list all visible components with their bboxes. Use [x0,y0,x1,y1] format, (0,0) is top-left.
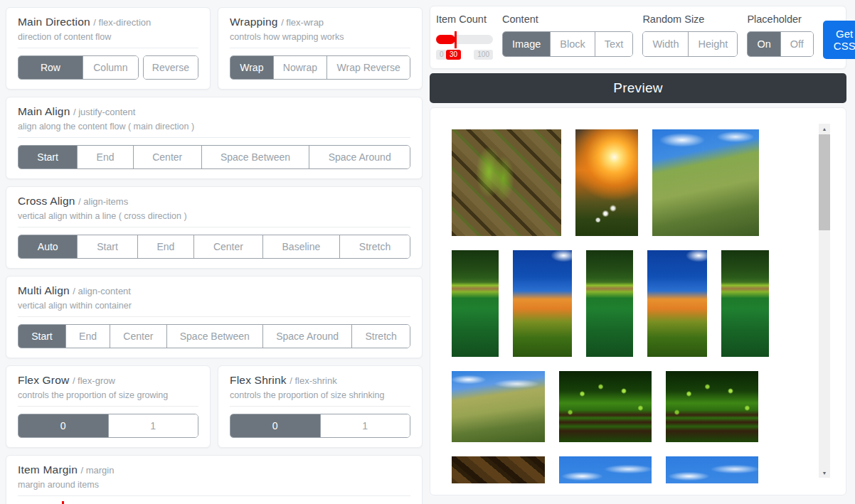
card-item-margin: Item Margin / margin margin around items… [6,455,423,504]
left-control-panel: Main Direction / flex-direction directio… [6,7,423,504]
content-group: Image Block Text [502,31,633,57]
right-panel: Item Count 0 30 100 Content Image Block … [430,6,846,495]
random-size-label: Random Size [642,14,738,25]
card-wrapping: Wrapping / flex-wrap controls how wrappi… [218,7,423,90]
divider [18,495,410,496]
card-css-property: / justify-content [73,107,135,117]
item-count-slider[interactable]: 0 30 100 [436,31,493,60]
preview-title: Preview [613,80,663,96]
random-size-control: Random Size Width Height [642,14,738,57]
reverse-group: Reverse [143,55,198,80]
card-title: Main Align [18,105,70,117]
flex-preview-area [437,115,816,483]
flex-direction-reverse-button[interactable]: Reverse [144,56,198,79]
align-content-end-button[interactable]: End [65,325,110,348]
flex-wrap-nowrap-button[interactable]: Nowrap [273,56,327,79]
main-direction-controls: Row Column Reverse [18,55,198,80]
preview-image-cloudy-sky [559,456,652,483]
flex-wrap-wrap-reverse-button[interactable]: Wrap Reverse [326,56,410,79]
card-title: Cross Align [18,195,75,207]
content-block-button[interactable]: Block [550,32,594,56]
slider-handle[interactable] [455,31,457,48]
slider-max-label: 100 [474,50,493,60]
main-align-group: Start End Center Space Between Space Aro… [18,145,410,169]
card-css-property: / flex-grow [73,375,115,386]
scrollbar-up-arrow-icon[interactable]: ▲ [819,124,830,134]
preview-image-lake-reflection [452,250,499,357]
align-items-auto-button[interactable]: Auto [18,235,77,258]
preview-image-cloudy-sky [666,456,758,483]
scrollbar-down-arrow-icon[interactable]: ▼ [819,468,830,478]
row-direction-wrapping: Main Direction / flex-direction directio… [6,7,423,90]
align-items-start-button[interactable]: Start [77,235,137,258]
justify-content-space-between-button[interactable]: Space Between [201,146,309,168]
flex-shrink-1-button[interactable]: 1 [320,414,410,437]
flex-direction-row-button[interactable]: Row [18,56,83,79]
flex-direction-column-button[interactable]: Column [83,56,138,79]
divider [18,406,198,407]
card-css-property: / flex-direction [93,17,151,28]
card-css-property: / align-content [73,286,131,296]
slider-fill [436,35,455,44]
divider [18,316,410,317]
justify-content-end-button[interactable]: End [77,146,133,168]
card-description: align along the content flow ( main dire… [18,122,410,132]
align-items-end-button[interactable]: End [137,235,194,258]
justify-content-start-button[interactable]: Start [18,146,77,168]
divider [18,227,410,227]
divider [230,406,410,407]
placeholder-group: On Off [747,31,813,57]
placeholder-label: Placeholder [747,14,813,25]
preview-header: Preview [430,73,846,103]
card-description: vertical align within container [18,301,410,311]
card-css-property: / margin [80,465,114,476]
preview-image-flower-field [513,250,572,357]
preview-body: ▲ ▼ [430,107,846,495]
align-content-center-button[interactable]: Center [110,325,166,348]
card-title: Main Direction [18,16,90,28]
preview-image-lake-reflection [721,250,769,357]
align-items-baseline-button[interactable]: Baseline [262,235,339,258]
card-description: direction of content flow [18,32,198,42]
flex-grow-0-button[interactable]: 0 [18,414,108,437]
row-grow-shrink: Flex Grow / flex-grow controls the propo… [6,365,423,448]
content-image-button[interactable]: Image [503,32,550,56]
slider-handle[interactable] [62,501,64,504]
main-direction-group: Row Column [18,55,139,80]
card-title: Flex Shrink [230,374,287,386]
align-items-stretch-button[interactable]: Stretch [339,235,410,258]
card-main-align: Main Align / justify-content align along… [6,97,423,179]
card-cross-align: Cross Align / align-items vertical align… [6,186,423,269]
flex-grow-1-button[interactable]: 1 [108,414,198,437]
content-control: Content Image Block Text [502,14,633,57]
flex-shrink-0-button[interactable]: 0 [230,414,320,437]
card-description: controls how wrapping works [230,32,410,42]
preview-image-sunset-flowers [575,129,638,236]
placeholder-on-button[interactable]: On [748,32,780,56]
align-content-space-around-button[interactable]: Space Around [262,325,351,348]
random-width-button[interactable]: Width [643,32,688,56]
card-multi-align: Multi Align / align-content vertical ali… [6,276,423,358]
preview-image-firefly-grass [666,371,758,442]
align-items-center-button[interactable]: Center [193,235,262,258]
get-css-button[interactable]: Get CSS [823,21,855,59]
align-content-start-button[interactable]: Start [18,325,65,348]
justify-content-center-button[interactable]: Center [133,146,201,168]
align-content-stretch-button[interactable]: Stretch [351,325,410,348]
flex-grow-group: 0 1 [18,414,198,438]
placeholder-off-button[interactable]: Off [780,32,813,56]
align-content-space-between-button[interactable]: Space Between [166,325,262,348]
preview-scrollbar[interactable]: ▲ ▼ [819,124,830,478]
flex-wrap-wrap-button[interactable]: Wrap [230,56,273,79]
justify-content-space-around-button[interactable]: Space Around [309,146,410,168]
card-flex-grow: Flex Grow / flex-grow controls the propo… [6,365,211,448]
card-title: Flex Grow [18,374,69,386]
multi-align-group: Start End Center Space Between Space Aro… [18,324,410,348]
slider-value-badge: 30 [446,50,461,60]
scrollbar-thumb[interactable] [819,134,830,230]
flex-shrink-group: 0 1 [230,414,410,438]
random-height-button[interactable]: Height [688,32,737,56]
preview-toolbar: Item Count 0 30 100 Content Image Block … [430,6,846,69]
card-css-property: / align-items [78,196,128,207]
content-text-button[interactable]: Text [595,32,633,56]
